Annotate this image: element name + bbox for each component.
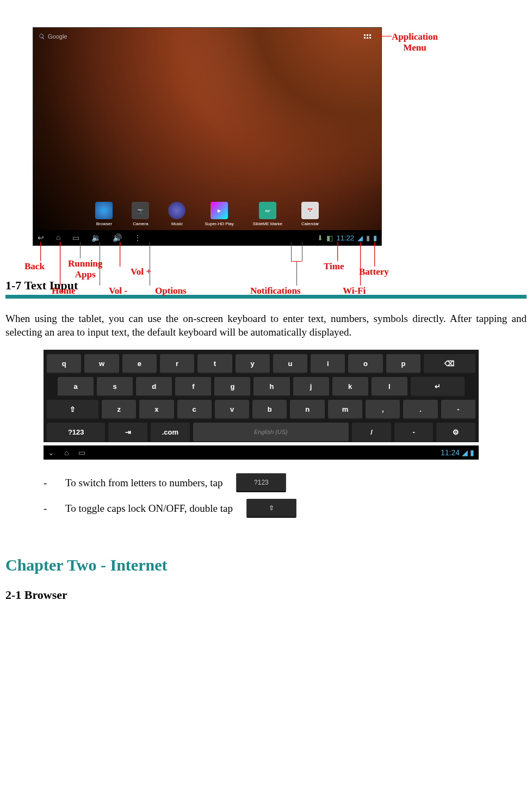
key-g[interactable]: g — [214, 377, 250, 397]
calendar-icon: 📅 — [301, 202, 319, 219]
key-k[interactable]: k — [332, 377, 368, 397]
key-a[interactable]: a — [58, 377, 94, 397]
bullet-switch-numbers: - To switch from letters to numbers, tap… — [44, 473, 532, 492]
kb-wifi-icon: ◢ — [462, 448, 468, 457]
key-o[interactable]: o — [348, 354, 382, 374]
key-dash[interactable]: - — [394, 423, 434, 442]
key-x[interactable]: x — [139, 400, 174, 419]
home-icon[interactable]: ⌂ — [56, 233, 60, 242]
key-j[interactable]: j — [293, 377, 329, 397]
key-p[interactable]: p — [386, 354, 420, 374]
bullet-caps-lock: - To toggle caps lock ON/OFF, double tap… — [44, 499, 532, 518]
android-icon[interactable]: ◧ — [326, 234, 333, 242]
annotation-vol-plus: Vol + — [131, 267, 151, 277]
kb-recent-icon[interactable]: ▭ — [78, 448, 85, 457]
key-↵[interactable]: ↵ — [411, 377, 465, 397]
dock-music[interactable]: 🎵 Music — [168, 202, 185, 226]
key-.[interactable]: . — [403, 400, 437, 419]
chapter-two-heading: Chapter Two - Internet — [5, 556, 532, 574]
annotation-wifi: Wi-Fi — [343, 286, 366, 296]
vol-down-icon[interactable]: 🔉 — [91, 233, 101, 243]
key-c[interactable]: c — [177, 400, 212, 419]
inline-key-symbols: ?123 — [236, 473, 286, 492]
key-l[interactable]: l — [372, 377, 407, 397]
annotation-app-menu: Application Menu — [392, 32, 438, 53]
key-w[interactable]: w — [84, 354, 119, 374]
vol-up-icon[interactable]: 🔊 — [113, 233, 122, 243]
section-2-1-heading: 2-1 Browser — [5, 588, 532, 602]
search-placeholder: Google — [48, 33, 67, 40]
kb-home-icon[interactable]: ⌂ — [64, 448, 69, 457]
key-u[interactable]: u — [273, 354, 307, 374]
signal-icon: ▮ — [366, 234, 370, 242]
keyboard-figure: qwertyuiop⌫ asdfghjkl↵ ⇧zxcvbnm,.- ?123 … — [44, 350, 479, 460]
instruction-list: - To switch from letters to numbers, tap… — [44, 473, 532, 518]
kb-battery-icon: ▮ — [470, 448, 474, 457]
annotation-options: Options — [155, 286, 187, 296]
key-n[interactable]: n — [290, 400, 324, 419]
key-slash[interactable]: / — [352, 423, 391, 442]
key-r[interactable]: r — [160, 354, 194, 374]
annotation-vol-minus: Vol - — [109, 286, 127, 296]
key-z[interactable]: z — [102, 400, 136, 419]
key-i[interactable]: i — [311, 354, 345, 374]
app-dock: 🌐 Browser 📷 Camera 🎵 Music ▶ Super-HD Pl… — [33, 202, 381, 226]
app-menu-icon[interactable] — [363, 33, 375, 45]
key-q[interactable]: q — [47, 354, 81, 374]
video-icon: ▶ — [211, 202, 228, 219]
annotation-battery: Battery — [359, 267, 389, 277]
key-m[interactable]: m — [328, 400, 362, 419]
key-tab[interactable]: ⇥ — [108, 423, 147, 442]
key-,[interactable]: , — [366, 400, 400, 419]
key-t[interactable]: t — [197, 354, 232, 374]
key-symbols[interactable]: ?123 — [47, 423, 105, 442]
dock-calendar[interactable]: 📅 Calendar — [301, 202, 319, 226]
dock-slideme[interactable]: me SlideME Marke — [253, 202, 282, 226]
annotation-time: Time — [324, 261, 344, 272]
clock-display: 11:22 — [336, 234, 354, 242]
annotated-screenshot: Google 🌐 Browser 📷 Camera 🎵 Music — [33, 27, 468, 246]
key-v[interactable]: v — [215, 400, 249, 419]
annotation-back: Back — [24, 261, 45, 272]
key-⌫[interactable]: ⌫ — [424, 354, 475, 374]
recent-apps-icon[interactable]: ▭ — [72, 233, 79, 243]
kb-hide-icon[interactable]: ⌄ — [48, 448, 54, 457]
tablet-home-screen: Google 🌐 Browser 📷 Camera 🎵 Music — [33, 27, 382, 246]
key-f[interactable]: f — [175, 377, 211, 397]
globe-icon: 🌐 — [95, 202, 113, 219]
key-h[interactable]: h — [253, 377, 289, 397]
key--[interactable]: - — [441, 400, 475, 419]
key-e[interactable]: e — [122, 354, 157, 374]
music-icon: 🎵 — [168, 202, 185, 219]
kb-clock: 11:24 — [441, 448, 460, 457]
inline-key-shift: ⇧ — [246, 499, 296, 518]
key-b[interactable]: b — [252, 400, 287, 419]
section-body-text: When using the tablet, you can use the o… — [5, 312, 527, 339]
annotation-notifications: Notifications — [250, 286, 301, 296]
battery-icon: ▮ — [373, 234, 377, 242]
key-y[interactable]: y — [236, 354, 270, 374]
system-navbar: ↩ ⌂ ▭ 🔉 🔊 ⋮ ⬇ ◧ 11:22 ◢ ▮ ▮ — [33, 230, 381, 245]
search-icon — [39, 33, 45, 40]
dock-browser[interactable]: 🌐 Browser — [95, 202, 113, 226]
dock-superhd[interactable]: ▶ Super-HD Play — [205, 202, 233, 226]
key-d[interactable]: d — [136, 377, 172, 397]
wifi-icon: ◢ — [357, 234, 363, 242]
keyboard-statusbar: ⌄ ⌂ ▭ 11:24 ◢ ▮ — [44, 445, 479, 460]
key-settings[interactable]: ⚙ — [436, 423, 475, 442]
key-⇧[interactable]: ⇧ — [47, 400, 98, 419]
google-search-bar[interactable]: Google — [39, 33, 67, 40]
back-icon[interactable]: ↩ — [38, 233, 44, 243]
key-s[interactable]: s — [97, 377, 133, 397]
options-icon[interactable]: ⋮ — [134, 233, 141, 243]
dock-camera[interactable]: 📷 Camera — [132, 202, 149, 226]
key-space[interactable]: English (US) — [193, 423, 349, 442]
annotation-running-apps: Running Apps — [68, 258, 102, 280]
key-dotcom[interactable]: .com — [151, 423, 190, 442]
annotation-home: Home — [52, 286, 75, 296]
camera-icon: 📷 — [132, 202, 149, 219]
market-icon: me — [259, 202, 276, 219]
notification-icon[interactable]: ⬇ — [317, 234, 323, 242]
